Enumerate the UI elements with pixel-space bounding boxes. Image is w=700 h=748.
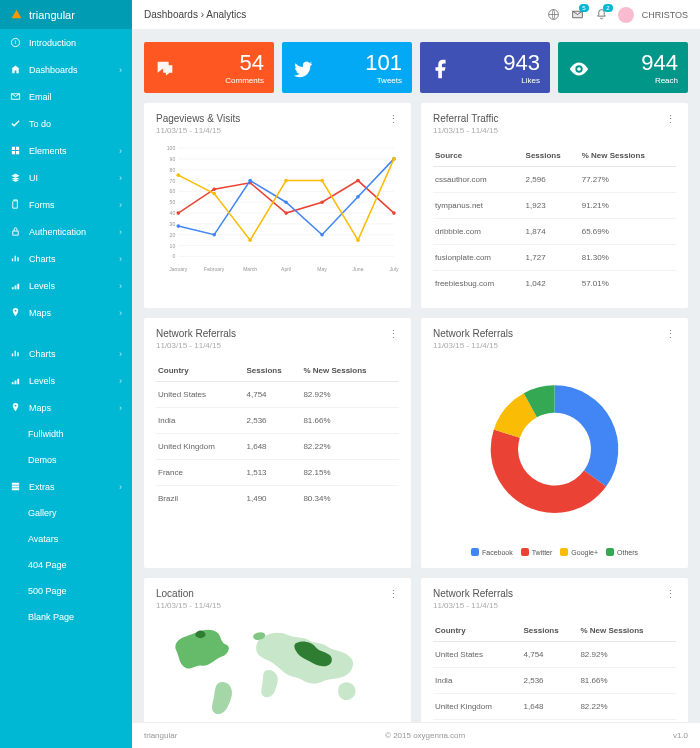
card-pageviews: Pageviews & Visits11/03/15 - 11/4/15⋮ 01…: [144, 103, 411, 308]
check-icon: [10, 118, 21, 129]
avatar[interactable]: [618, 7, 634, 23]
svg-text:March: March: [243, 266, 257, 272]
table-row: dribbble.com1,87465.69%: [433, 219, 676, 245]
svg-point-47: [176, 173, 180, 177]
sidebar-sub-404 page[interactable]: 404 Page: [0, 552, 132, 578]
sidebar-item-label: Dashboards: [29, 65, 111, 75]
facebook-icon: [430, 58, 452, 80]
svg-point-50: [284, 179, 288, 183]
sidebar-sub-500 page[interactable]: 500 Page: [0, 578, 132, 604]
svg-point-44: [320, 233, 324, 237]
svg-text:100: 100: [167, 145, 176, 151]
th-sessions: Sessions: [245, 358, 302, 382]
eye-icon: [568, 58, 590, 80]
sidebar-item-extras[interactable]: Extras ›: [0, 473, 132, 500]
svg-point-41: [212, 233, 216, 237]
card-subtitle: 11/03/15 - 11/4/15: [433, 601, 513, 610]
stat-tweets[interactable]: 101Tweets: [282, 42, 412, 93]
sidebar-item-dashboards[interactable]: Dashboards ›: [0, 56, 132, 83]
card-location: Location11/03/15 - 11/4/15⋮: [144, 578, 411, 722]
sidebar-item-introduction[interactable]: i Introduction: [0, 29, 132, 56]
sidebar-sub-fullwidth[interactable]: Fullwidth: [0, 421, 132, 447]
footer-center: © 2015 oxygenna.com: [385, 731, 465, 740]
sidebar-item-label: Introduction: [29, 38, 122, 48]
sidebar-item-forms[interactable]: Forms ›: [0, 191, 132, 218]
user-name[interactable]: CHRISTOS: [642, 10, 688, 20]
table-row: United States4,75482.92%: [156, 382, 399, 408]
sidebar-item-to do[interactable]: To do: [0, 110, 132, 137]
th-newsess: % New Sessions: [580, 143, 676, 167]
more-icon[interactable]: ⋮: [388, 328, 399, 341]
sidebar-item-ui[interactable]: UI ›: [0, 164, 132, 191]
stat-reach[interactable]: 944Reach: [558, 42, 688, 93]
sidebar-item-label: Levels: [29, 376, 111, 386]
sidebar-item-levels[interactable]: Levels ›: [0, 272, 132, 299]
language-icon[interactable]: [546, 7, 562, 23]
mail-icon[interactable]: 5: [570, 7, 586, 23]
sidebar-sub-demos[interactable]: Demos: [0, 447, 132, 473]
table-row: United Kingdom1,64882.22%: [433, 694, 676, 720]
svg-text:April: April: [281, 266, 291, 272]
more-icon[interactable]: ⋮: [388, 113, 399, 126]
bell-icon[interactable]: 2: [594, 7, 610, 23]
swatch-icon: [560, 548, 568, 556]
chevron-right-icon: ›: [119, 200, 122, 210]
svg-point-45: [356, 195, 360, 199]
card-referral-traffic: Referral Traffic11/03/15 - 11/4/15⋮ Sour…: [421, 103, 688, 308]
svg-text:50: 50: [170, 199, 176, 205]
more-icon[interactable]: ⋮: [665, 113, 676, 126]
svg-text:May: May: [317, 266, 327, 272]
stat-likes[interactable]: 943Likes: [420, 42, 550, 93]
levels-icon: [10, 280, 21, 291]
sidebar-item-email[interactable]: Email: [0, 83, 132, 110]
sidebar-item-maps[interactable]: Maps ›: [0, 394, 132, 421]
more-icon[interactable]: ⋮: [388, 588, 399, 601]
sidebar: triangular i Introduction Dashboards › E…: [0, 0, 132, 748]
card-network-countries-2: Network Referrals11/03/15 - 11/4/15⋮ Cou…: [421, 578, 688, 722]
sidebar-item-elements[interactable]: Elements ›: [0, 137, 132, 164]
sidebar-item-label: To do: [29, 119, 122, 129]
stat-comments[interactable]: 54Comments: [144, 42, 274, 93]
svg-text:June: June: [353, 266, 364, 272]
sidebar-item-charts[interactable]: Charts ›: [0, 245, 132, 272]
content: 54Comments 101Tweets 943Likes 944Reach P…: [132, 30, 700, 722]
svg-text:80: 80: [170, 167, 176, 173]
sidebar-item-levels[interactable]: Levels ›: [0, 367, 132, 394]
sidebar-item-charts[interactable]: Charts ›: [0, 340, 132, 367]
svg-point-38: [356, 179, 360, 183]
card-title: Location: [156, 588, 221, 599]
chevron-right-icon: ›: [119, 254, 122, 264]
chevron-right-icon: ›: [119, 482, 122, 492]
th-newsess: % New Sessions: [301, 358, 399, 382]
nav: i Introduction Dashboards › Email To do …: [0, 29, 132, 748]
more-icon[interactable]: ⋮: [665, 328, 676, 341]
stat-row: 54Comments 101Tweets 943Likes 944Reach: [144, 42, 688, 93]
svg-text:60: 60: [170, 188, 176, 194]
sidebar-sub-avatars[interactable]: Avatars: [0, 526, 132, 552]
svg-text:20: 20: [170, 232, 176, 238]
sidebar-item-label: UI: [29, 173, 111, 183]
sidebar-item-label: Authentication: [29, 227, 111, 237]
brand[interactable]: triangular: [0, 0, 132, 29]
sidebar-sub-blank page[interactable]: Blank Page: [0, 604, 132, 630]
swatch-icon: [521, 548, 529, 556]
card-subtitle: 11/03/15 - 11/4/15: [156, 601, 221, 610]
svg-point-3: [577, 67, 581, 71]
sidebar-sub-gallery[interactable]: Gallery: [0, 500, 132, 526]
table-row: cssauthor.com2,59677.27%: [433, 167, 676, 193]
svg-text:February: February: [204, 266, 225, 272]
card-title: Pageviews & Visits: [156, 113, 240, 124]
more-icon[interactable]: ⋮: [665, 588, 676, 601]
svg-point-36: [284, 211, 288, 215]
sidebar-item-label: Maps: [29, 403, 111, 413]
footer: triangular © 2015 oxygenna.com v1.0: [132, 722, 700, 748]
card-subtitle: 11/03/15 - 11/4/15: [433, 126, 498, 135]
svg-point-51: [320, 179, 324, 183]
sidebar-item-authentication[interactable]: Authentication ›: [0, 218, 132, 245]
footer-right: v1.0: [673, 731, 688, 740]
sidebar-item-label: Levels: [29, 281, 111, 291]
sidebar-item-maps[interactable]: Maps ›: [0, 299, 132, 326]
svg-point-48: [212, 192, 216, 196]
svg-point-42: [248, 179, 252, 183]
table-row: Brazil1,49080.34%: [156, 486, 399, 512]
